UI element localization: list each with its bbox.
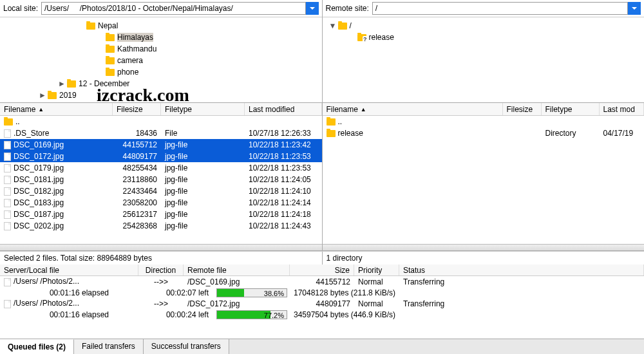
progress-bar: 77.2% [216, 310, 287, 319]
local-tree[interactable]: izcrack.com NepalHimalayasKathmanducamer… [0, 17, 322, 102]
tree-item[interactable]: ►Blog [0, 101, 322, 102]
tree-item[interactable]: phone [0, 66, 322, 78]
qcol-remote[interactable]: Remote file [184, 265, 290, 275]
remote-scrollbar[interactable] [323, 244, 645, 250]
file-icon [4, 300, 11, 308]
local-list-header: Filename▲ Filesize Filetype Last modifie… [0, 103, 322, 116]
qcol-file[interactable]: Server/Local file [0, 265, 138, 275]
file-row[interactable]: DSC_0183.jpg23058200jpg-file10/22/18 11:… [0, 197, 322, 209]
qcol-pri[interactable]: Priority [354, 265, 399, 275]
file-icon [4, 222, 11, 230]
file-row[interactable]: DSC_0181.jpg23118860jpg-file10/22/18 11:… [0, 174, 322, 185]
file-row[interactable]: .DS_Store18436File10/27/18 12:26:33 [0, 127, 322, 139]
local-site-input[interactable] [41, 2, 305, 15]
file-row[interactable]: releaseDirectory04/17/19 [323, 127, 645, 139]
tree-item[interactable]: Kathmandu [0, 43, 322, 55]
file-row[interactable]: DSC_0202.jpg25428368jpg-file10/22/18 11:… [0, 220, 322, 232]
folder-icon [106, 46, 115, 53]
tree-item-label: camera [117, 56, 143, 65]
local-file-list[interactable]: ...DS_Store18436File10/27/18 12:26:33DSC… [0, 116, 322, 244]
tab-failed[interactable]: Failed transfers [74, 339, 144, 354]
tree-item-label: phone [117, 68, 138, 77]
tree-expander-icon[interactable]: ► [39, 91, 46, 100]
folder-icon [86, 23, 95, 30]
file-icon [4, 210, 11, 219]
local-scrollbar[interactable] [0, 244, 322, 250]
tree-item[interactable]: ►2019 [0, 89, 322, 101]
file-icon [4, 129, 11, 138]
folder-icon [327, 130, 336, 137]
col-lastmod[interactable]: Last mod [600, 103, 645, 115]
local-site-dropdown[interactable] [306, 2, 319, 15]
tree-expander-icon[interactable]: ▼ [329, 21, 337, 30]
file-row[interactable]: DSC_0172.jpg44809177jpg-file10/22/18 11:… [0, 151, 322, 162]
queue-item[interactable]: /Users/ /Photos/2...-->>/DSC_0169.jpg441… [0, 276, 644, 287]
col-filetype[interactable]: Filetype [161, 103, 245, 115]
file-row[interactable]: DSC_0182.jpg22433464jpg-file10/22/18 11:… [0, 185, 322, 197]
sort-asc-icon: ▲ [361, 106, 366, 113]
remote-list-header: Filename▲ Filesize Filetype Last mod [323, 103, 645, 116]
folder-icon [67, 80, 76, 88]
tree-item[interactable]: ▼/ [323, 20, 645, 32]
chevron-down-icon [631, 5, 638, 12]
file-row[interactable]: DSC_0187.jpg25612317jpg-file10/22/18 11:… [0, 209, 322, 220]
queue-progress-row: 00:01:16 elapsed00:00:24 left77.2%345975… [0, 309, 644, 320]
tree-item[interactable]: release [323, 32, 645, 43]
folder-icon [338, 23, 347, 30]
remote-file-list-pane: Filename▲ Filesize Filetype Last mod ..r… [323, 103, 645, 250]
sort-asc-icon: ▲ [38, 106, 44, 113]
tree-item-label: Kathmandu [117, 44, 156, 53]
queue-progress-row: 00:01:16 elapsed00:02:07 left38.6%170481… [0, 287, 644, 298]
chevron-down-icon [309, 5, 316, 12]
col-filename[interactable]: Filename▲ [323, 103, 503, 115]
status-row: Selected 2 files. Total size: 88964889 b… [0, 251, 644, 265]
remote-site-label: Remote site: [326, 4, 369, 13]
col-filesize[interactable]: Filesize [113, 103, 161, 115]
tree-item[interactable]: ►12 - December [0, 78, 322, 89]
queue-header: Server/Local file Direction Remote file … [0, 265, 644, 276]
tab-queued[interactable]: Queued files (2) [0, 339, 74, 354]
queue-item[interactable]: /Users/ /Photos/2...-->>/DSC_0172.jpg448… [0, 298, 644, 309]
folder-icon [357, 34, 366, 41]
remote-site-input[interactable] [372, 2, 628, 15]
file-icon [4, 141, 11, 149]
file-icon [4, 164, 11, 172]
tree-expander-icon[interactable]: ► [58, 79, 66, 88]
file-row[interactable]: DSC_0179.jpg48255434jpg-file10/22/18 11:… [0, 162, 322, 174]
parent-dir-row[interactable]: .. [0, 116, 322, 127]
tree-item[interactable]: Himalayas [0, 32, 322, 43]
qcol-size[interactable]: Size [290, 265, 354, 275]
tree-item-label: Himalayas [117, 33, 153, 42]
transfer-queue[interactable]: /Users/ /Photos/2...-->>/DSC_0169.jpg441… [0, 276, 644, 339]
col-filename[interactable]: Filename▲ [0, 103, 113, 115]
tree-item-label: 12 - December [79, 79, 129, 88]
qcol-dir[interactable]: Direction [138, 265, 184, 275]
qcol-stat[interactable]: Status [399, 265, 644, 275]
tree-item-label: / [350, 21, 352, 30]
col-filetype[interactable]: Filetype [542, 103, 600, 115]
folder-icon [48, 92, 57, 99]
tree-item-label: release [369, 33, 394, 42]
folder-icon [106, 34, 115, 41]
local-tree-pane: Local site: izcrack.com NepalHimalayasKa… [0, 0, 323, 102]
file-row[interactable]: DSC_0169.jpg44155712jpg-file10/22/18 11:… [0, 139, 322, 151]
col-filesize[interactable]: Filesize [503, 103, 542, 115]
remote-site-dropdown[interactable] [628, 2, 641, 15]
folder-icon [4, 118, 13, 126]
file-icon [4, 176, 11, 184]
col-lastmod[interactable]: Last modified [245, 103, 322, 115]
file-icon [4, 199, 11, 207]
folder-icon [106, 69, 115, 76]
folder-icon [327, 118, 336, 126]
file-icon [4, 278, 11, 286]
local-status: Selected 2 files. Total size: 88964889 b… [0, 252, 323, 265]
local-file-list-pane: Filename▲ Filesize Filetype Last modifie… [0, 103, 323, 250]
tree-item[interactable]: camera [0, 55, 322, 66]
remote-file-list[interactable]: ..releaseDirectory04/17/19 [323, 116, 645, 244]
remote-status: 1 directory [323, 252, 645, 265]
tree-item[interactable]: Nepal [0, 20, 322, 32]
tree-item-label: 2019 [59, 91, 77, 100]
remote-tree[interactable]: ▼/release [323, 17, 645, 102]
parent-dir-row[interactable]: .. [323, 116, 645, 127]
tab-success[interactable]: Successful transfers [144, 339, 229, 354]
